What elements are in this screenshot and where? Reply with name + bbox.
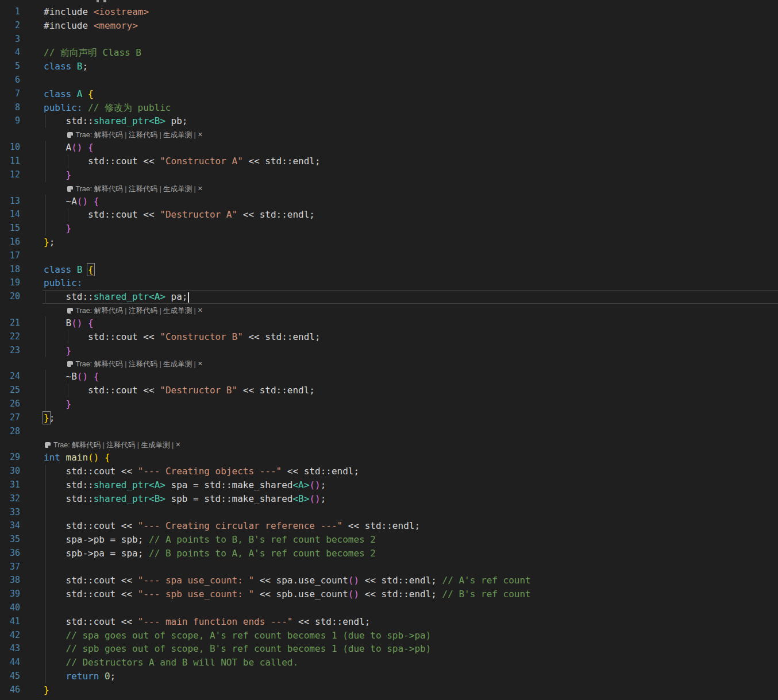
code-line[interactable]: 21B() { [0,316,778,330]
code-text[interactable]: class B { [44,263,94,277]
code-text[interactable]: } [66,168,72,182]
code-line[interactable]: 41std::cout << "--- main function ends -… [0,615,778,629]
codelens-action[interactable]: 解释代码 [94,131,123,139]
code-line[interactable]: 31std::shared_ptr<A> spa = std::make_sha… [0,478,778,492]
code-line[interactable]: 39std::cout << "--- spb use_count: " << … [0,587,778,601]
codelens-action[interactable]: 生成单测 [163,360,192,368]
code-line[interactable]: 11std::cout << "Constructor A" << std::e… [0,154,778,168]
code-line[interactable]: 5class B; [0,60,778,74]
codelens-close-icon[interactable]: × [198,305,202,315]
code-line[interactable]: 46} [0,683,778,697]
code-line[interactable]: 18class B { [0,263,778,277]
code-text[interactable]: } [66,397,72,411]
codelens-action[interactable]: 生成单测 [163,185,192,193]
code-text[interactable]: A() { [66,141,94,154]
code-line[interactable]: 29int main() { [0,451,778,465]
code-line[interactable]: 10A() { [0,141,778,154]
code-text[interactable]: spb->pa = spa; // B points to A, A's ref… [66,547,376,560]
code-text[interactable]: std::cout << "--- spb use_count: " << sp… [66,587,531,601]
code-line[interactable]: 23} [0,344,778,358]
code-text[interactable]: std::cout << "Destructor B" << std::endl… [88,384,315,397]
code-line[interactable]: 12} [0,168,778,182]
code-text[interactable]: } [44,683,49,697]
code-text[interactable]: return 0; [66,670,116,683]
code-editor[interactable]: 1#include <iostream>2#include <memory>34… [0,5,778,697]
code-text[interactable]: // 前向声明 Class B [44,46,141,60]
code-text[interactable]: std::shared_ptr<B> pb; [66,114,188,128]
code-line[interactable]: 25std::cout << "Destructor B" << std::en… [0,384,778,397]
code-text[interactable]: } [66,344,72,358]
code-line[interactable]: 27}; [0,411,778,425]
codelens-close-icon[interactable]: × [198,184,202,193]
code-text[interactable]: spa->pb = spb; // A points to B, B's ref… [66,533,376,547]
code-line[interactable]: 16}; [0,235,778,249]
code-line[interactable]: 38std::cout << "--- spa use_count: " << … [0,574,778,587]
code-line[interactable]: 42// spa goes out of scope, A's ref coun… [0,629,778,643]
code-text[interactable]: std::cout << "--- Creating circular refe… [66,519,421,533]
code-text[interactable]: std::shared_ptr<A> pa; [66,290,190,304]
codelens-action[interactable]: 注释代码 [129,307,157,315]
code-line[interactable]: 33 [0,506,778,520]
code-text[interactable]: }; [44,235,55,249]
code-line[interactable]: 30std::cout << "--- Creating objects ---… [0,465,778,478]
code-line[interactable]: 4// 前向声明 Class B [0,46,778,60]
code-line[interactable]: 6 [0,74,778,87]
code-text[interactable]: }; [44,411,55,425]
code-text[interactable]: std::shared_ptr<B> spb = std::make_share… [66,492,326,506]
code-text[interactable]: class A { [44,87,94,101]
codelens-action[interactable]: 注释代码 [129,185,157,193]
codelens-action[interactable]: 解释代码 [72,441,101,449]
codelens-close-icon[interactable]: × [176,440,180,449]
code-line[interactable]: 35spa->pb = spb; // A points to B, B's r… [0,533,778,547]
code-text[interactable]: std::cout << "Destructor A" << std::endl… [88,208,315,222]
code-text[interactable]: std::cout << "Constructor B" << std::end… [88,330,321,344]
code-line[interactable]: 19public: [0,276,778,290]
code-text[interactable]: #include <iostream> [44,5,149,19]
code-text[interactable]: // spb goes out of scope, B's ref count … [66,642,432,656]
code-line[interactable]: 1#include <iostream> [0,5,778,19]
code-text[interactable]: public: [44,276,82,290]
code-text[interactable]: ~A() { [66,195,99,208]
code-line[interactable]: 9std::shared_ptr<B> pb; [0,114,778,128]
code-text[interactable]: std::cout << "Constructor A" << std::end… [88,154,321,168]
codelens-action[interactable]: 解释代码 [94,360,123,368]
codelens-close-icon[interactable]: × [198,130,202,139]
code-line[interactable]: 43// spb goes out of scope, B's ref coun… [0,642,778,656]
codelens-close-icon[interactable]: × [198,359,202,368]
code-line[interactable]: 2#include <memory> [0,19,778,33]
code-text[interactable]: std::cout << "--- main function ends ---… [66,615,371,629]
codelens-action[interactable]: 生成单测 [141,441,170,449]
code-text[interactable]: // Destructors A and B will NOT be calle… [66,656,299,670]
code-line[interactable]: 14std::cout << "Destructor A" << std::en… [0,208,778,222]
code-text[interactable]: #include <memory> [44,19,138,33]
code-text[interactable]: public: // 修改为 public [44,101,171,115]
code-line[interactable]: 8public: // 修改为 public [0,101,778,115]
code-line[interactable]: 36spb->pa = spa; // B points to A, A's r… [0,547,778,560]
code-line[interactable]: 34std::cout << "--- Creating circular re… [0,519,778,533]
code-line[interactable]: 37 [0,560,778,574]
code-line[interactable]: 7class A { [0,87,778,101]
codelens-action[interactable]: 生成单测 [163,131,192,139]
codelens-action[interactable]: 注释代码 [129,360,157,368]
codelens-action[interactable]: 注释代码 [106,441,135,449]
code-line[interactable]: 3 [0,33,778,47]
code-line[interactable]: 13~A() { [0,195,778,208]
code-line[interactable]: 24~B() { [0,370,778,384]
code-text[interactable]: std::cout << "--- spa use_count: " << sp… [66,574,531,587]
code-text[interactable]: std::cout << "--- Creating objects ---" … [66,465,360,478]
code-text[interactable]: B() { [66,316,94,330]
code-text[interactable]: std::shared_ptr<A> spa = std::make_share… [66,478,326,492]
code-text[interactable]: // spa goes out of scope, A's ref count … [66,629,432,643]
code-line[interactable]: 26} [0,397,778,411]
codelens-action[interactable]: 注释代码 [129,131,157,139]
codelens-action[interactable]: 生成单测 [163,307,192,315]
code-text[interactable]: int main() { [44,451,110,465]
code-line[interactable]: 28 [0,425,778,439]
code-line[interactable]: 20std::shared_ptr<A> pa; [0,290,778,304]
code-line[interactable]: 40 [0,601,778,615]
code-text[interactable]: class B; [44,60,88,74]
code-line[interactable]: 15} [0,222,778,235]
code-line[interactable]: 32std::shared_ptr<B> spb = std::make_sha… [0,492,778,506]
code-line[interactable]: 45return 0; [0,670,778,683]
codelens-action[interactable]: 解释代码 [94,185,123,193]
